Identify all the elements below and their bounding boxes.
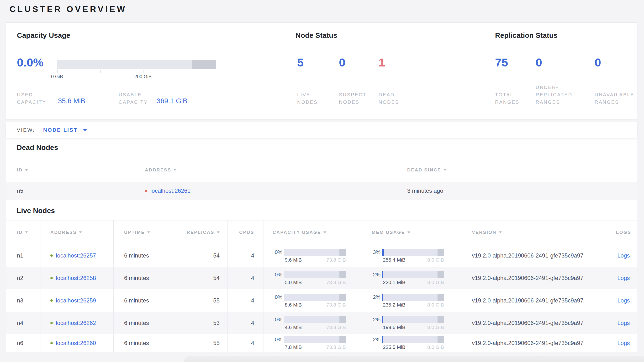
- live-status-dot-icon: [50, 254, 53, 257]
- unavailable-ranges-stat: 0 UNAVAILABLE RANGES: [594, 23, 641, 119]
- mem-bar: [382, 271, 444, 278]
- capacity-percent-value: 0.0%: [17, 56, 44, 69]
- dead-status-dot-icon: [145, 190, 147, 192]
- capacity-bar: [284, 271, 346, 278]
- capacity-used: 8.6 MiB: [284, 302, 302, 308]
- column-header-address[interactable]: ADDRESS: [136, 158, 394, 182]
- sort-arrow-icon: [408, 232, 410, 233]
- node-address-cell: localhost:26258: [41, 267, 114, 289]
- node-mem-usage: 3% 255.4 MiB 8.0 GiB: [362, 244, 461, 267]
- suspect-nodes-count: 0: [339, 56, 346, 69]
- live-node-row: n3 localhost:26259 6 minutes 55 4 0%: [6, 289, 637, 312]
- node-uptime: 6 minutes: [114, 289, 168, 312]
- node-cpus: 4: [228, 289, 264, 312]
- capacity-usage-bar: [57, 60, 216, 69]
- logs-link[interactable]: Logs: [617, 320, 630, 326]
- live-nodes-header-row: ID ADDRESS UPTIME REPLICAS CPUS CAPACITY…: [6, 221, 637, 244]
- capacity-total: 73.8 GiB: [326, 279, 346, 285]
- node-id: n1: [6, 244, 41, 267]
- capacity-bar-endcap: [192, 60, 216, 69]
- live-nodes-stat: 5 LIVE NODES: [297, 23, 344, 119]
- node-id: n3: [6, 289, 41, 312]
- node-address-link[interactable]: localhost:26258: [56, 275, 96, 281]
- node-address-link[interactable]: localhost:26261: [150, 188, 190, 194]
- mem-bar: [382, 249, 444, 256]
- column-header-mem-usage[interactable]: MEM USAGE: [362, 221, 461, 244]
- live-nodes-count: 5: [297, 56, 304, 69]
- view-label: VIEW:: [17, 127, 35, 133]
- live-status-dot-icon: [50, 322, 53, 324]
- column-header-replicas[interactable]: REPLICAS: [168, 221, 228, 244]
- sort-arrow-icon: [79, 232, 82, 233]
- logs-link[interactable]: Logs: [617, 252, 630, 259]
- logs-link[interactable]: Logs: [617, 340, 630, 346]
- axis-tick: [100, 70, 100, 73]
- node-version: v19.2.0-alpha.20190606-2491-gfe735c9a97: [461, 312, 610, 334]
- node-replicas: 54: [168, 267, 228, 289]
- node-logs-cell: Logs: [610, 267, 637, 289]
- dead-nodes-count: 1: [378, 56, 385, 69]
- under-replicated-ranges-stat: 0 UNDER- REPLICATED RANGES: [536, 23, 582, 119]
- column-header-dead-since[interactable]: DEAD SINCE: [394, 158, 637, 182]
- dead-nodes-header-row: ID ADDRESS DEAD SINCE: [6, 158, 637, 182]
- column-header-address[interactable]: ADDRESS: [41, 221, 114, 244]
- column-header-capacity-usage[interactable]: CAPACITY USAGE: [264, 221, 362, 244]
- node-version: v19.2.0-alpha.20190606-2491-gfe735c9a97: [461, 289, 610, 312]
- sort-arrow-icon: [147, 232, 150, 233]
- live-nodes-label: LIVE NODES: [297, 91, 318, 106]
- view-dropdown[interactable]: NODE LIST: [43, 127, 87, 133]
- column-header-id[interactable]: ID: [6, 158, 136, 182]
- column-header-id[interactable]: ID: [6, 221, 41, 244]
- node-cpus: 4: [228, 334, 264, 352]
- axis-tick-label-200: 200 GiB: [126, 74, 160, 79]
- node-capacity-usage: 0% 4.6 MiB 73.8 GiB: [264, 312, 362, 334]
- capacity-total: 73.8 GiB: [326, 344, 346, 350]
- logs-link[interactable]: Logs: [617, 275, 630, 281]
- node-uptime: 6 minutes: [114, 267, 168, 289]
- live-node-row: n2 localhost:26258 6 minutes 54 4 0%: [6, 267, 637, 289]
- node-logs-cell: Logs: [610, 289, 637, 312]
- logs-link[interactable]: Logs: [617, 297, 630, 304]
- capacity-total: 73.8 GiB: [326, 324, 346, 330]
- dead-since-value: 3 minutes ago: [394, 182, 637, 200]
- node-logs-cell: Logs: [610, 312, 637, 334]
- mem-used: 255.4 MiB: [382, 257, 406, 263]
- capacity-total: 73.8 GiB: [326, 302, 346, 308]
- capacity-used: 7.8 MiB: [284, 344, 302, 350]
- column-header-uptime[interactable]: UPTIME: [114, 221, 168, 244]
- node-list-section: Dead Nodes ID ADDRESS DEAD SINCE n5 loca…: [6, 138, 637, 352]
- node-replicas: 53: [168, 312, 228, 334]
- node-address-link[interactable]: localhost:26259: [56, 297, 96, 304]
- node-address-link[interactable]: localhost:26257: [56, 252, 96, 259]
- total-ranges-count: 75: [495, 56, 508, 69]
- live-status-dot-icon: [50, 299, 53, 302]
- dead-nodes-label: DEAD NODES: [378, 91, 399, 106]
- axis-tick: [187, 70, 187, 73]
- sort-arrow-icon: [444, 169, 446, 171]
- capacity-bar: [284, 336, 346, 343]
- column-header-version[interactable]: VERSION: [461, 221, 610, 244]
- usable-capacity-value: 369.1 GiB: [156, 97, 188, 105]
- capacity-bar: [284, 316, 346, 323]
- node-uptime: 6 minutes: [114, 334, 168, 352]
- capacity-used: 9.6 MiB: [284, 257, 302, 263]
- node-address-link[interactable]: localhost:26260: [56, 340, 96, 346]
- sort-arrow-icon: [174, 169, 176, 171]
- view-selector-bar: VIEW: NODE LIST: [6, 122, 637, 138]
- node-replicas: 54: [168, 244, 228, 267]
- node-capacity-usage: 0% 5.0 MiB 73.8 GiB: [264, 267, 362, 289]
- mem-total: 8.0 GiB: [427, 344, 444, 350]
- live-node-row: n1 localhost:26257 6 minutes 54 4 0%: [6, 244, 637, 267]
- node-capacity-usage: 0% 8.6 MiB 73.8 GiB: [264, 289, 362, 312]
- node-address-cell: localhost:26257: [41, 244, 114, 267]
- capacity-percent: 0%: [264, 336, 282, 343]
- node-logs-cell: Logs: [610, 244, 637, 267]
- total-ranges-label: TOTAL RANGES: [495, 91, 520, 106]
- capacity-usage-title: Capacity Usage: [17, 31, 70, 40]
- live-node-row: n6 localhost:26260 6 minutes 55 4 0%: [6, 334, 637, 352]
- axis-tick: [57, 70, 58, 73]
- capacity-used: 4.6 MiB: [284, 324, 302, 330]
- under-replicated-label: UNDER- REPLICATED RANGES: [536, 84, 572, 106]
- node-address-cell: localhost:26262: [41, 312, 114, 334]
- node-address-link[interactable]: localhost:26262: [56, 320, 96, 326]
